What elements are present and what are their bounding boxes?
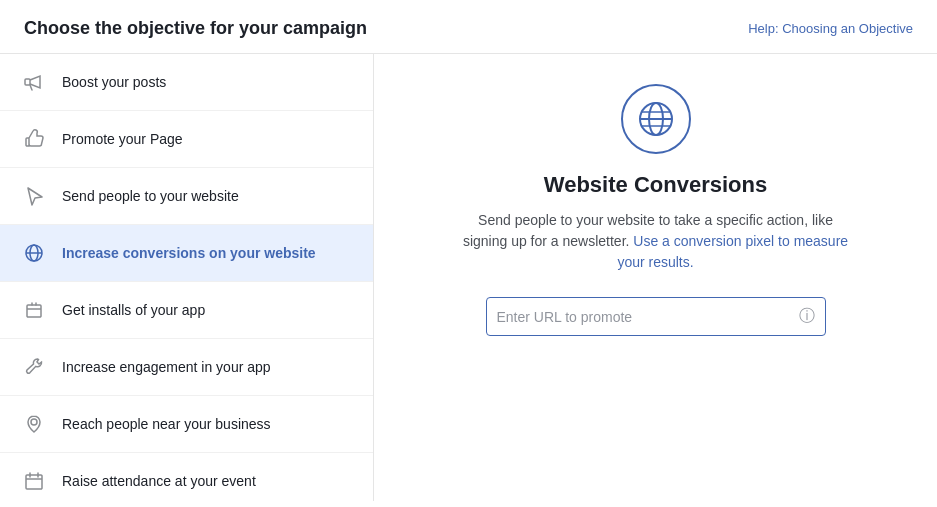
pin-icon — [20, 410, 48, 438]
sidebar-label-boost: Boost your posts — [62, 73, 166, 91]
sidebar-item-promote-page[interactable]: Promote your Page — [0, 111, 373, 168]
sidebar-label-local: Reach people near your business — [62, 415, 271, 433]
info-icon[interactable]: ⓘ — [799, 306, 815, 327]
globe-icon — [636, 99, 676, 139]
sidebar-item-app-engagement[interactable]: Increase engagement in your app — [0, 339, 373, 396]
sidebar-label-app-installs: Get installs of your app — [62, 301, 205, 319]
megaphone-icon — [20, 68, 48, 96]
sidebar-item-event[interactable]: Raise attendance at your event — [0, 453, 373, 501]
description-text-2: Use a conversion pixel to measure your r… — [617, 233, 848, 270]
url-input[interactable] — [497, 309, 799, 325]
thumbs-up-icon — [20, 125, 48, 153]
wrench-icon — [20, 353, 48, 381]
sidebar-item-app-installs[interactable]: Get installs of your app — [0, 282, 373, 339]
sidebar-label-increase-conversions: Increase conversions on your website — [62, 244, 316, 262]
content-panel: Website Conversions Send people to your … — [374, 54, 937, 501]
content-icon-wrapper — [621, 84, 691, 154]
url-input-wrapper: ⓘ — [486, 297, 826, 336]
page-title: Choose the objective for your campaign — [24, 18, 367, 39]
content-title: Website Conversions — [544, 172, 767, 198]
sidebar-label-send-website: Send people to your website — [62, 187, 239, 205]
content-description: Send people to your website to take a sp… — [456, 210, 856, 273]
sidebar-item-local[interactable]: Reach people near your business — [0, 396, 373, 453]
sidebar-label-event: Raise attendance at your event — [62, 472, 256, 490]
page-header: Choose the objective for your campaign H… — [0, 0, 937, 54]
svg-rect-6 — [26, 475, 42, 489]
cursor-icon — [20, 182, 48, 210]
globe-icon — [20, 239, 48, 267]
sidebar-item-increase-conversions[interactable]: Increase conversions on your website — [0, 225, 373, 282]
svg-rect-4 — [27, 305, 41, 317]
svg-rect-0 — [25, 79, 30, 85]
calendar-icon — [20, 467, 48, 495]
main-layout: Boost your postsPromote your PageSend pe… — [0, 54, 937, 501]
sidebar-label-promote-page: Promote your Page — [62, 130, 183, 148]
sidebar-label-app-engagement: Increase engagement in your app — [62, 358, 271, 376]
box-icon — [20, 296, 48, 324]
help-link[interactable]: Help: Choosing an Objective — [748, 21, 913, 36]
sidebar-item-boost[interactable]: Boost your posts — [0, 54, 373, 111]
sidebar: Boost your postsPromote your PageSend pe… — [0, 54, 374, 501]
sidebar-item-send-website[interactable]: Send people to your website — [0, 168, 373, 225]
svg-point-5 — [31, 419, 37, 425]
